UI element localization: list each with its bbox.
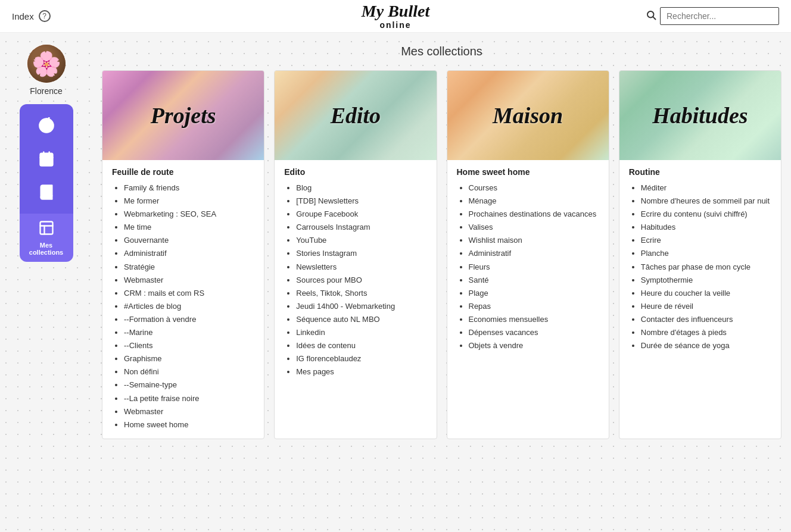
list-item: Repas <box>469 300 599 313</box>
list-item: --La petite fraise noire <box>124 392 254 405</box>
cover-title-edito: Edito <box>325 102 387 129</box>
collection-card-edito[interactable]: Edito Edito Blog [TDB] Newsletters Group… <box>274 70 437 439</box>
list-item: IG florenceblaudez <box>296 352 426 365</box>
list-item: --Marine <box>124 326 254 339</box>
list-item: Heure du coucher la veille <box>641 287 771 300</box>
collection-card-habitudes[interactable]: Habitudes Routine Méditer Nombre d'heure… <box>619 70 781 439</box>
collection-card-projets[interactable]: Projets Feuille de route Family & friend… <box>102 70 264 439</box>
list-item: Séquence auto NL MBO <box>296 313 426 326</box>
list-item: CRM : mails et com RS <box>124 287 254 300</box>
section-title-maison: Home sweet home <box>457 167 599 177</box>
list-item: Symptothermie <box>641 274 771 287</box>
list-item: #Articles de blog <box>124 300 254 313</box>
list-projets: Family & friends Me former Webmarketing … <box>112 181 254 431</box>
username: Florence <box>30 86 62 96</box>
list-item: Plage <box>469 287 599 300</box>
collection-card-maison[interactable]: Maison Home sweet home Courses Ménage Pr… <box>447 70 609 439</box>
list-item: Blog <box>296 181 426 195</box>
sidebar-item-calendar[interactable]: 10 <box>20 142 73 176</box>
header-logo: My Bullet online <box>362 2 429 30</box>
collection-body-habitudes: Routine Méditer Nombre d'heures de somme… <box>619 160 781 359</box>
cover-maison: Maison <box>447 71 609 160</box>
sidebar-nav: 10 <box>20 104 73 262</box>
list-item: Nombre d'étages à pieds <box>641 326 771 339</box>
sidebar-item-goals[interactable] <box>20 109 73 142</box>
collections-icon <box>38 220 55 239</box>
list-item: Family & friends <box>124 181 254 195</box>
section-title-projets: Feuille de route <box>112 167 254 177</box>
collections-grid: Projets Feuille de route Family & friend… <box>102 70 781 439</box>
list-habitudes: Méditer Nombre d'heures de sommeil par n… <box>629 181 771 352</box>
list-item: Jeudi 14h00 - Webmarketing <box>296 300 426 313</box>
list-item: Contacter des influenceurs <box>641 313 771 326</box>
list-item: Idées de contenu <box>296 339 426 352</box>
list-item: Durée de séance de yoga <box>641 339 771 352</box>
list-item: Wishlist maison <box>469 234 599 247</box>
svg-text:10: 10 <box>43 159 49 165</box>
list-item: Mes pages <box>296 365 426 378</box>
list-item: Webmaster <box>124 405 254 418</box>
header-left: Index ? <box>12 10 51 22</box>
cover-title-maison: Maison <box>487 102 569 129</box>
list-item: Groupe Facebook <box>296 208 426 221</box>
header-right <box>646 7 779 25</box>
cover-title-projets: Projets <box>145 102 222 129</box>
list-item: --Clients <box>124 339 254 352</box>
list-item: Sources pour MBO <box>296 274 426 287</box>
list-item: [TDB] Newsletters <box>296 195 426 208</box>
list-item: Ménage <box>469 195 599 208</box>
cover-edito: Edito <box>275 71 436 160</box>
list-item: Newsletters <box>296 261 426 274</box>
content: Mes collections Projets Feuille de route… <box>92 33 791 451</box>
list-item: Dépenses vacances <box>469 326 599 339</box>
collection-body-maison: Home sweet home Courses Ménage Prochaine… <box>447 160 609 359</box>
list-item: Carrousels Instagram <box>296 221 426 234</box>
list-item: Administratif <box>469 247 599 260</box>
list-item: Méditer <box>641 181 771 195</box>
list-item: Reels, Tiktok, Shorts <box>296 287 426 300</box>
list-item: Heure de réveil <box>641 300 771 313</box>
list-item: Tâches par phase de mon cycle <box>641 261 771 274</box>
list-edito: Blog [TDB] Newsletters Groupe Facebook C… <box>284 181 426 378</box>
collection-body-edito: Edito Blog [TDB] Newsletters Groupe Face… <box>275 160 436 386</box>
svg-point-4 <box>45 124 48 127</box>
search-button[interactable] <box>646 10 656 23</box>
sidebar: Florence <box>0 33 92 451</box>
help-icon[interactable]: ? <box>39 10 51 22</box>
list-item: Objets à vendre <box>469 339 599 352</box>
list-item: Ecrire <box>641 234 771 247</box>
logo-subtitle: online <box>362 20 429 30</box>
cover-habitudes: Habitudes <box>619 71 781 160</box>
list-item: Me time <box>124 221 254 234</box>
list-item: --Formation à vendre <box>124 313 254 326</box>
collection-body-projets: Feuille de route Family & friends Me for… <box>102 160 264 439</box>
user-profile[interactable]: Florence <box>27 40 66 96</box>
list-maison: Courses Ménage Prochaines destinations d… <box>457 181 599 352</box>
list-item: Economies mensuelles <box>469 313 599 326</box>
svg-line-1 <box>653 17 655 19</box>
cover-projets: Projets <box>102 71 264 160</box>
list-item: Me former <box>124 195 254 208</box>
list-item: Habitudes <box>641 221 771 234</box>
list-item: Nombre d'heures de sommeil par nuit <box>641 195 771 208</box>
avatar-image <box>27 45 66 83</box>
main-layout: Florence <box>0 33 791 451</box>
list-item: Home sweet home <box>124 418 254 431</box>
search-input[interactable] <box>660 7 779 25</box>
logo-title: My Bullet <box>362 2 429 21</box>
list-item: Courses <box>469 181 599 195</box>
list-item: Non défini <box>124 365 254 378</box>
list-item: Graphisme <box>124 352 254 365</box>
list-item: Gouvernante <box>124 234 254 247</box>
cover-title-habitudes: Habitudes <box>646 102 753 129</box>
list-item: Webmaster <box>124 274 254 287</box>
list-item: --Semaine-type <box>124 378 254 392</box>
collections-label: Mes collections <box>23 242 70 256</box>
list-item: Stratégie <box>124 261 254 274</box>
index-link[interactable]: Index <box>12 11 34 21</box>
sidebar-item-library[interactable] <box>20 176 73 209</box>
svg-rect-15 <box>40 222 52 234</box>
list-item: Administratif <box>124 247 254 260</box>
list-item: Webmarketing : SEO, SEA <box>124 208 254 221</box>
sidebar-item-collections[interactable]: Mes collections <box>20 214 73 262</box>
